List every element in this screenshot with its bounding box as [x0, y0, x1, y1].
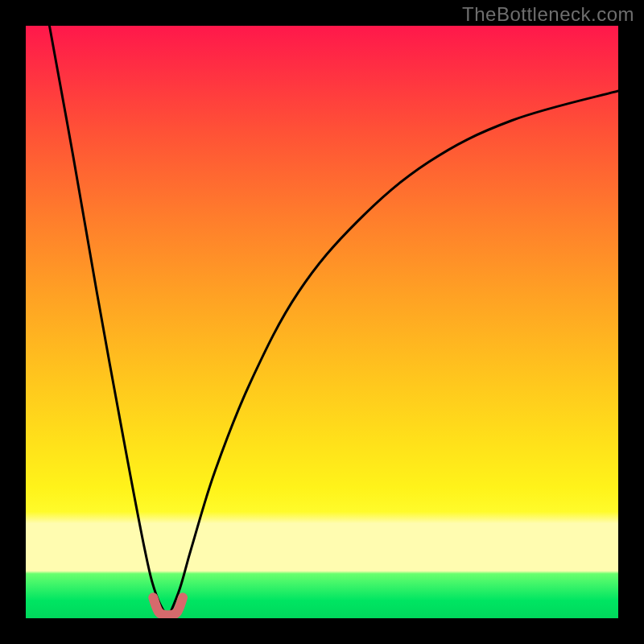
curve-layer	[26, 26, 618, 618]
plot-area	[26, 26, 618, 618]
bottleneck-curve-left	[49, 26, 167, 618]
bottleneck-curve-right	[168, 91, 618, 618]
watermark-text: TheBottleneck.com	[462, 3, 634, 26]
optimal-notch-marker	[153, 597, 183, 615]
chart-frame: TheBottleneck.com	[0, 0, 644, 644]
